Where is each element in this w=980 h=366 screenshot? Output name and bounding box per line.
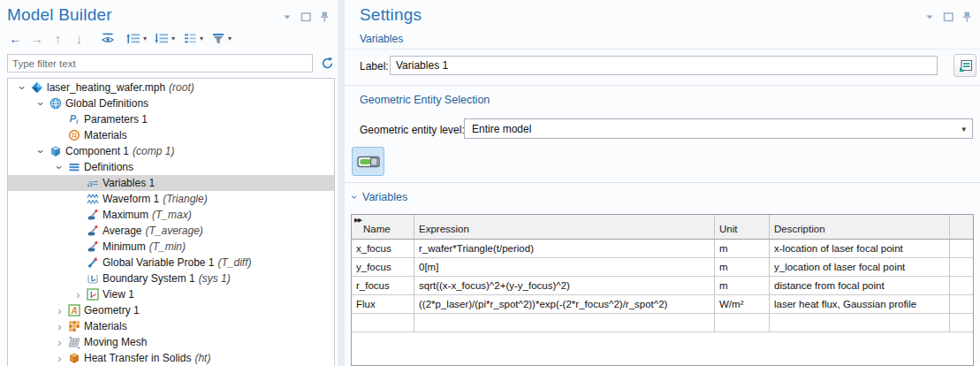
- cell-unit[interactable]: m: [715, 258, 770, 277]
- chevron-expanded-icon[interactable]: ›: [53, 162, 66, 173]
- show-button[interactable]: [99, 29, 116, 47]
- tree-item-definitions[interactable]: ›Definitions: [8, 159, 334, 175]
- chevron-collapsed-icon[interactable]: ›: [53, 321, 66, 332]
- chevron-collapsed-icon[interactable]: ›: [53, 337, 66, 348]
- probe-icon: [85, 225, 100, 238]
- tree-item-heat-transfer-in-solids[interactable]: ›Heat Transfer in Solids(ht): [8, 350, 334, 366]
- tree-item-variables-1[interactable]: a=Variables 1: [8, 175, 334, 191]
- move-up-button[interactable]: ↑: [49, 29, 66, 47]
- filter-input[interactable]: [7, 54, 313, 72]
- empty-cell-name[interactable]: [352, 314, 414, 332]
- move-down-button[interactable]: ↓: [71, 29, 87, 47]
- empty-cell-description[interactable]: [770, 314, 950, 332]
- cell-description[interactable]: distance from focal point: [770, 277, 950, 295]
- column-header-expression[interactable]: Expression: [414, 215, 715, 240]
- expand-all-dropdown-caret[interactable]: ▾: [171, 34, 175, 42]
- cell-unit[interactable]: W/m²: [715, 295, 770, 314]
- materials-global-icon: [66, 129, 81, 142]
- rename-button[interactable]: [953, 54, 976, 77]
- tree-item-tag: (ht): [194, 352, 210, 364]
- tree-item-boundary-system-1[interactable]: Boundary System 1(sys 1): [8, 271, 334, 286]
- cell-name[interactable]: y_focus: [352, 258, 414, 277]
- pin-panel-icon[interactable]: [318, 11, 330, 23]
- tree-item-global-definitions[interactable]: ›Global Definitions: [8, 95, 334, 111]
- float-window-icon[interactable]: [942, 11, 954, 23]
- float-window-icon[interactable]: [300, 11, 312, 23]
- model-builder-toolbar: ←→↑↓▾▾▾▾: [7, 28, 238, 48]
- column-header-name[interactable]: ▶▶Name: [352, 215, 414, 240]
- pin-panel-icon[interactable]: [961, 11, 973, 23]
- tree-item-materials[interactable]: ›Materials: [8, 318, 334, 334]
- cell-unit[interactable]: m: [715, 277, 770, 295]
- empty-cell-expression[interactable]: [414, 314, 715, 332]
- chevron-expanded-icon[interactable]: ›: [34, 146, 48, 157]
- chevron-expanded-icon[interactable]: ›: [349, 195, 360, 199]
- empty-cell-unit[interactable]: [715, 314, 770, 332]
- refresh-button[interactable]: [318, 54, 336, 72]
- rename-icon: [958, 58, 973, 73]
- panel-menu-icon[interactable]: [923, 11, 936, 23]
- probe-icon: [85, 240, 100, 254]
- collapse-all-button[interactable]: [125, 29, 141, 47]
- cell-name[interactable]: x_focus: [352, 240, 414, 258]
- geometric-entity-level-select[interactable]: Entire model ▾: [464, 118, 973, 139]
- section-variables[interactable]: › Variables: [353, 191, 407, 203]
- cell-expression[interactable]: 0[m]: [414, 258, 715, 277]
- column-header-unit[interactable]: Unit: [715, 215, 770, 240]
- go-back-button[interactable]: ←: [7, 29, 24, 47]
- model-tree-node-text-button[interactable]: [181, 29, 198, 47]
- view-icon: [85, 288, 100, 301]
- tree-item-view-1[interactable]: ›View 1: [8, 286, 334, 302]
- collapse-all-dropdown-caret[interactable]: ▾: [143, 34, 147, 42]
- tree-item-label: Definitions: [84, 161, 133, 173]
- model-builder-window-controls: [281, 11, 330, 23]
- tree-item-maximum[interactable]: Maximum(T_max): [8, 207, 334, 223]
- global-definitions-icon: [48, 97, 63, 111]
- column-header-description[interactable]: Description: [770, 215, 950, 240]
- cell-name[interactable]: r_focus: [352, 277, 414, 295]
- tree-item-laser-heating-wafer-mph[interactable]: ›laser_heating_wafer.mph(root): [8, 80, 334, 95]
- section-geometric-entity-selection[interactable]: Geometric Entity Selection: [360, 94, 490, 106]
- cell-description[interactable]: x-location of laser focal point: [770, 240, 950, 258]
- settings-window-controls: [923, 11, 973, 23]
- chevron-expanded-icon[interactable]: ›: [34, 98, 48, 110]
- filter-button[interactable]: [209, 29, 226, 47]
- column-header-extra: [950, 215, 973, 240]
- variable-row: y_focus0[m]my_location of laser focal po…: [352, 258, 973, 277]
- chevron-expanded-icon[interactable]: ›: [16, 82, 29, 94]
- cell-name[interactable]: Flux: [352, 295, 414, 314]
- cell-expression[interactable]: r_wafer*Triangle(t/period): [414, 240, 715, 258]
- settings-title: Settings: [360, 5, 422, 25]
- tree-item-tag: (comp 1): [133, 145, 174, 157]
- tree-item-geometry-1[interactable]: ›AGeometry 1: [8, 302, 334, 318]
- expand-all-button[interactable]: [153, 29, 170, 47]
- model-tree-node-text-dropdown-caret[interactable]: ▾: [200, 34, 203, 42]
- go-forward-button[interactable]: →: [28, 29, 45, 47]
- waveform-icon: [85, 193, 100, 206]
- cell-description[interactable]: y_location of laser focal point: [770, 258, 950, 277]
- cell-unit[interactable]: m: [715, 240, 770, 258]
- chevron-collapsed-icon[interactable]: ›: [72, 289, 85, 301]
- geometric-entity-level-label: Geometric entity level:: [360, 124, 465, 136]
- tree-item-minimum[interactable]: Minimum(T_min): [8, 239, 334, 255]
- tree-item-label: Boundary System 1: [103, 272, 195, 285]
- chevron-collapsed-icon[interactable]: ›: [53, 353, 66, 364]
- cell-expression[interactable]: sqrt((x-x_focus)^2+(y-y_focus)^2): [414, 277, 715, 295]
- tree-item-average[interactable]: Average(T_average): [8, 223, 334, 239]
- tree-item-component-1[interactable]: ›Component 1(comp 1): [8, 143, 334, 159]
- panel-menu-icon[interactable]: [281, 11, 293, 23]
- label-input[interactable]: [390, 56, 938, 75]
- tree-item-waveform-1[interactable]: Waveform 1(Triangle): [8, 191, 334, 207]
- filter-dropdown-caret[interactable]: ▾: [228, 34, 232, 42]
- cell-expression[interactable]: ((2*p_laser)/(pi*r_spot^2))*exp(-(2*r_fo…: [414, 295, 715, 314]
- refresh-icon: [321, 57, 334, 70]
- component-icon: [48, 145, 63, 158]
- active-toggle-button[interactable]: [352, 147, 384, 176]
- tree-item-global-variable-probe-1[interactable]: Global Variable Probe 1(T_diff): [8, 255, 334, 271]
- tree-item-label: Average: [103, 225, 141, 237]
- chevron-collapsed-icon[interactable]: ›: [53, 305, 66, 316]
- tree-item-parameters-1[interactable]: PiParameters 1: [8, 111, 334, 127]
- cell-description[interactable]: laser heat flux, Gaussian profile: [770, 295, 950, 314]
- tree-item-moving-mesh[interactable]: ›Moving Mesh: [8, 334, 334, 350]
- tree-item-materials[interactable]: Materials: [8, 127, 334, 143]
